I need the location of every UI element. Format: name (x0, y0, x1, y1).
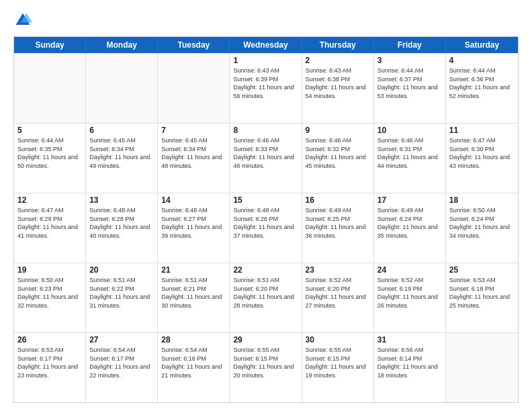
day-info: Sunrise: 6:44 AMSunset: 6:36 PMDaylight:… (449, 66, 515, 100)
calendar: SundayMondayTuesdayWednesdayThursdayFrid… (13, 36, 519, 403)
day-number: 9 (306, 126, 370, 135)
day-info: Sunrise: 6:48 AMSunset: 6:27 PMDaylight:… (161, 206, 226, 240)
day-info: Sunrise: 6:51 AMSunset: 6:20 PMDaylight:… (233, 276, 298, 310)
calendar-header: SundayMondayTuesdayWednesdayThursdayFrid… (14, 37, 518, 53)
day-number: 12 (17, 195, 82, 205)
day-cell-14: 14Sunrise: 6:48 AMSunset: 6:27 PMDayligh… (158, 193, 230, 263)
day-number: 29 (233, 335, 298, 345)
day-info: Sunrise: 6:52 AMSunset: 6:20 PMDaylight:… (306, 276, 370, 310)
day-cell-16: 16Sunrise: 6:49 AMSunset: 6:25 PMDayligh… (302, 193, 374, 263)
day-number: 27 (89, 335, 154, 345)
day-number: 8 (233, 126, 298, 135)
day-number: 1 (233, 56, 298, 65)
day-info: Sunrise: 6:43 AMSunset: 6:38 PMDaylight:… (306, 66, 370, 100)
day-number: 3 (378, 56, 442, 65)
day-number: 6 (89, 126, 154, 135)
day-number: 23 (306, 265, 370, 275)
day-number: 17 (378, 195, 442, 205)
day-cell-2: 2Sunrise: 6:43 AMSunset: 6:38 PMDaylight… (302, 54, 374, 123)
day-cell-9: 9Sunrise: 6:46 AMSunset: 6:32 PMDaylight… (302, 124, 374, 193)
day-cell-31: 31Sunrise: 6:56 AMSunset: 6:14 PMDayligh… (374, 333, 446, 402)
page: SundayMondayTuesdayWednesdayThursdayFrid… (0, 0, 532, 411)
day-number: 4 (449, 56, 515, 65)
day-number: 15 (233, 195, 298, 205)
day-number: 28 (161, 335, 226, 345)
day-number: 7 (161, 126, 226, 135)
calendar-body: 1Sunrise: 6:43 AMSunset: 6:39 PMDaylight… (14, 53, 518, 402)
calendar-row-0: 1Sunrise: 6:43 AMSunset: 6:39 PMDaylight… (14, 53, 518, 123)
day-info: Sunrise: 6:56 AMSunset: 6:14 PMDaylight:… (378, 346, 442, 379)
day-cell-23: 23Sunrise: 6:52 AMSunset: 6:20 PMDayligh… (302, 263, 374, 332)
day-info: Sunrise: 6:49 AMSunset: 6:25 PMDaylight:… (306, 206, 370, 240)
day-info: Sunrise: 6:47 AMSunset: 6:30 PMDaylight:… (449, 136, 515, 170)
calendar-row-2: 12Sunrise: 6:47 AMSunset: 6:29 PMDayligh… (14, 193, 518, 263)
day-info: Sunrise: 6:46 AMSunset: 6:31 PMDaylight:… (378, 136, 442, 170)
day-cell-7: 7Sunrise: 6:45 AMSunset: 6:34 PMDaylight… (158, 124, 230, 193)
day-cell-30: 30Sunrise: 6:55 AMSunset: 6:15 PMDayligh… (302, 333, 374, 402)
day-cell-1: 1Sunrise: 6:43 AMSunset: 6:39 PMDaylight… (230, 54, 302, 123)
day-cell-4: 4Sunrise: 6:44 AMSunset: 6:36 PMDaylight… (446, 54, 518, 123)
empty-cell (86, 54, 158, 123)
day-cell-3: 3Sunrise: 6:44 AMSunset: 6:37 PMDaylight… (374, 54, 446, 123)
day-info: Sunrise: 6:46 AMSunset: 6:33 PMDaylight:… (233, 136, 298, 170)
day-info: Sunrise: 6:45 AMSunset: 6:34 PMDaylight:… (89, 136, 154, 170)
day-cell-10: 10Sunrise: 6:46 AMSunset: 6:31 PMDayligh… (374, 124, 446, 193)
day-info: Sunrise: 6:55 AMSunset: 6:15 PMDaylight:… (233, 346, 298, 379)
day-number: 5 (17, 126, 82, 135)
day-info: Sunrise: 6:50 AMSunset: 6:23 PMDaylight:… (17, 276, 82, 310)
day-cell-11: 11Sunrise: 6:47 AMSunset: 6:30 PMDayligh… (446, 124, 518, 193)
day-number: 21 (161, 265, 226, 275)
day-info: Sunrise: 6:53 AMSunset: 6:17 PMDaylight:… (17, 346, 82, 379)
header-day-friday: Friday (374, 37, 446, 53)
day-info: Sunrise: 6:50 AMSunset: 6:24 PMDaylight:… (449, 206, 515, 240)
calendar-row-1: 5Sunrise: 6:44 AMSunset: 6:35 PMDaylight… (14, 123, 518, 193)
day-cell-22: 22Sunrise: 6:51 AMSunset: 6:20 PMDayligh… (230, 263, 302, 332)
day-number: 31 (378, 335, 442, 345)
day-info: Sunrise: 6:53 AMSunset: 6:18 PMDaylight:… (449, 276, 515, 310)
calendar-row-3: 19Sunrise: 6:50 AMSunset: 6:23 PMDayligh… (14, 263, 518, 332)
day-number: 20 (89, 265, 154, 275)
day-info: Sunrise: 6:44 AMSunset: 6:35 PMDaylight:… (17, 136, 82, 170)
header-day-wednesday: Wednesday (230, 37, 302, 53)
day-info: Sunrise: 6:46 AMSunset: 6:32 PMDaylight:… (306, 136, 370, 170)
day-number: 11 (449, 126, 515, 135)
day-info: Sunrise: 6:48 AMSunset: 6:26 PMDaylight:… (233, 206, 298, 240)
day-cell-24: 24Sunrise: 6:52 AMSunset: 6:19 PMDayligh… (374, 263, 446, 332)
header-day-sunday: Sunday (14, 37, 86, 53)
day-number: 19 (17, 265, 82, 275)
day-number: 10 (378, 126, 442, 135)
day-cell-21: 21Sunrise: 6:51 AMSunset: 6:21 PMDayligh… (158, 263, 230, 332)
day-number: 22 (233, 265, 298, 275)
day-info: Sunrise: 6:45 AMSunset: 6:34 PMDaylight:… (161, 136, 226, 170)
day-info: Sunrise: 6:51 AMSunset: 6:22 PMDaylight:… (89, 276, 154, 310)
day-number: 24 (378, 265, 442, 275)
day-cell-28: 28Sunrise: 6:54 AMSunset: 6:16 PMDayligh… (158, 333, 230, 402)
day-info: Sunrise: 6:49 AMSunset: 6:24 PMDaylight:… (378, 206, 442, 240)
day-info: Sunrise: 6:51 AMSunset: 6:21 PMDaylight:… (161, 276, 226, 310)
day-number: 2 (306, 56, 370, 65)
header-day-saturday: Saturday (446, 37, 518, 53)
day-info: Sunrise: 6:43 AMSunset: 6:39 PMDaylight:… (233, 66, 298, 100)
logo-icon (13, 11, 32, 30)
day-cell-25: 25Sunrise: 6:53 AMSunset: 6:18 PMDayligh… (446, 263, 518, 332)
day-info: Sunrise: 6:54 AMSunset: 6:17 PMDaylight:… (89, 346, 154, 379)
empty-cell (14, 54, 86, 123)
day-number: 26 (17, 335, 82, 345)
header-day-monday: Monday (86, 37, 158, 53)
day-number: 18 (449, 195, 515, 205)
day-cell-12: 12Sunrise: 6:47 AMSunset: 6:29 PMDayligh… (14, 193, 86, 263)
empty-cell (158, 54, 230, 123)
day-number: 25 (449, 265, 515, 275)
header (13, 11, 519, 30)
day-info: Sunrise: 6:55 AMSunset: 6:15 PMDaylight:… (306, 346, 370, 379)
day-cell-19: 19Sunrise: 6:50 AMSunset: 6:23 PMDayligh… (14, 263, 86, 332)
day-info: Sunrise: 6:52 AMSunset: 6:19 PMDaylight:… (378, 276, 442, 310)
day-cell-20: 20Sunrise: 6:51 AMSunset: 6:22 PMDayligh… (86, 263, 158, 332)
calendar-row-4: 26Sunrise: 6:53 AMSunset: 6:17 PMDayligh… (14, 332, 518, 402)
day-cell-17: 17Sunrise: 6:49 AMSunset: 6:24 PMDayligh… (374, 193, 446, 263)
day-cell-5: 5Sunrise: 6:44 AMSunset: 6:35 PMDaylight… (14, 124, 86, 193)
empty-cell (446, 333, 518, 402)
day-cell-6: 6Sunrise: 6:45 AMSunset: 6:34 PMDaylight… (86, 124, 158, 193)
day-info: Sunrise: 6:44 AMSunset: 6:37 PMDaylight:… (378, 66, 442, 100)
day-cell-15: 15Sunrise: 6:48 AMSunset: 6:26 PMDayligh… (230, 193, 302, 263)
